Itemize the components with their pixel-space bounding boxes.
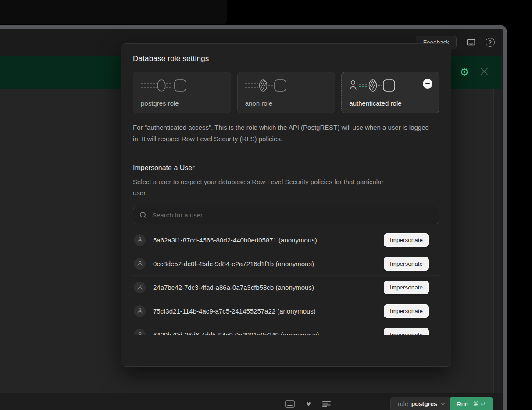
- modal-title: Database role settings: [133, 54, 439, 63]
- backdrop-panel: [0, 0, 227, 24]
- editor-toolbar: ♥ role postgres Run: [0, 393, 502, 410]
- run-group: role postgres Run ⌘ ↵: [390, 397, 493, 410]
- impersonate-button[interactable]: Impersonate: [384, 304, 429, 318]
- user-row: 75cf3d21-114b-4ac9-a7c5-241455257a22 (an…: [133, 299, 439, 323]
- run-button[interactable]: Run ⌘ ↵: [450, 397, 493, 410]
- role-card-postgres[interactable]: postgres role: [133, 72, 231, 113]
- user-row: 24a7bc42-7dc3-4fad-a86a-0a7a3cfb58cb (an…: [133, 276, 439, 299]
- user-id: 75cf3d21-114b-4ac9-a7c5-241455257a22 (an…: [153, 307, 384, 315]
- search-input[interactable]: [152, 211, 433, 219]
- user-id: 0cc8de52-dc0f-45dc-9d84-e2a7216d1f1b (an…: [153, 260, 384, 267]
- favorite-icon[interactable]: ♥: [306, 400, 311, 408]
- impersonate-button[interactable]: Impersonate: [384, 257, 429, 271]
- role-selector[interactable]: role postgres: [390, 397, 451, 410]
- deselect-role-icon[interactable]: [423, 79, 432, 89]
- gear-icon[interactable]: ⚙: [460, 67, 469, 78]
- authenticated-role-icon: [349, 79, 402, 92]
- search-icon: [139, 211, 147, 219]
- role-card-label: postgres role: [141, 100, 223, 107]
- impersonate-button[interactable]: Impersonate: [384, 281, 429, 294]
- help-glyph: ?: [486, 38, 495, 47]
- role-cards: postgres role anon role: [133, 72, 439, 113]
- help-icon[interactable]: ?: [486, 38, 495, 47]
- user-row: 5a62a3f1-87cd-4566-80d2-440b0ed05871 (an…: [133, 228, 439, 252]
- user-id: 6409b79d-36d6-4dd5-84e9-0e3091e9e349 (an…: [153, 331, 384, 335]
- run-label: Run: [457, 400, 469, 408]
- impersonate-title: Impersonate a User: [133, 164, 439, 172]
- content-right-strip: [494, 89, 502, 410]
- content-divider: [493, 89, 494, 410]
- user-search: [133, 207, 439, 224]
- toolbar-icons: ♥: [285, 400, 331, 408]
- role-card-authenticated[interactable]: authenticated role: [341, 72, 439, 113]
- impersonate-description: Select a user to respect your database's…: [133, 177, 389, 199]
- user-avatar-icon: [134, 234, 146, 246]
- role-card-anon[interactable]: anon role: [237, 72, 336, 113]
- user-row: 0cc8de52-dc0f-45dc-9d84-e2a7216d1f1b (an…: [133, 252, 439, 276]
- inbox-icon[interactable]: [466, 38, 476, 47]
- role-card-label: anon role: [245, 100, 328, 107]
- keyboard-shortcuts-icon[interactable]: [285, 400, 295, 408]
- modal-divider: [121, 153, 451, 153]
- user-row: 6409b79d-36d6-4dd5-84e9-0e3091e9e349 (an…: [133, 323, 439, 335]
- database-role-settings-modal: Database role settings postgres role: [121, 43, 451, 367]
- impersonate-button[interactable]: Impersonate: [384, 233, 429, 247]
- role-selector-label: role: [398, 400, 408, 407]
- role-description: For "authenticated access". This is the …: [133, 122, 436, 144]
- user-avatar-icon: [134, 258, 146, 270]
- role-card-label: authenticated role: [349, 100, 432, 107]
- user-id: 24a7bc42-7dc3-4fad-a86a-0a7a3cfb58cb (an…: [153, 284, 384, 291]
- run-shortcut: ⌘ ↵: [473, 400, 486, 407]
- user-id: 5a62a3f1-87cd-4566-80d2-440b0ed05871 (an…: [153, 236, 384, 244]
- banner-actions: ⚙: [460, 56, 489, 89]
- user-avatar-icon: [134, 305, 146, 317]
- impersonate-button[interactable]: Impersonate: [384, 328, 429, 335]
- chevron-down-icon: [440, 403, 445, 406]
- user-avatar-icon: [134, 329, 146, 335]
- user-avatar-icon: [134, 282, 146, 293]
- close-icon[interactable]: [480, 67, 489, 77]
- user-list: 5a62a3f1-87cd-4566-80d2-440b0ed05871 (an…: [133, 228, 439, 335]
- format-lines-icon[interactable]: [322, 401, 331, 407]
- postgres-role-icon: [141, 79, 187, 92]
- role-selector-value: postgres: [411, 400, 437, 407]
- anon-role-icon: [245, 79, 292, 92]
